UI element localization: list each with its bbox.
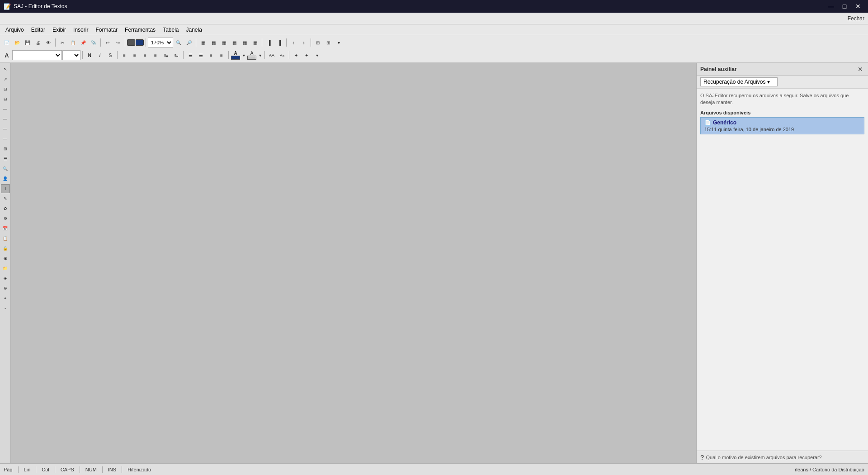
tb-indent-btn[interactable]: ↹ [161, 50, 171, 60]
lt-tool9-btn[interactable]: ⊞ [1, 144, 10, 153]
tb-color2-btn[interactable] [136, 39, 144, 46]
tb-table4-btn[interactable]: ▦ [229, 38, 239, 48]
tb-zoom2-btn[interactable]: 🔎 [184, 38, 194, 48]
lt-tool24-btn[interactable]: ✦ [1, 294, 10, 303]
tb-italic-btn[interactable]: I [95, 50, 105, 60]
document-area [11, 63, 696, 475]
tb-cut-btn[interactable]: ✂ [57, 38, 67, 48]
close-button[interactable]: ✕ [852, 1, 864, 11]
aux-panel-close-button[interactable]: ✕ [856, 65, 864, 73]
tb-color1-btn[interactable] [127, 39, 135, 46]
lt-tool3-btn[interactable]: ⊡ [1, 85, 10, 94]
menu-formatar[interactable]: Formatar [92, 24, 121, 35]
tb-sep10 [117, 51, 118, 59]
lt-tool10-btn[interactable]: ☰ [1, 154, 10, 163]
lt-tool17-btn[interactable]: 📅 [1, 224, 10, 233]
tb-zoom-btn[interactable]: 🔍 [174, 38, 184, 48]
lt-tool4-btn[interactable]: ⊟ [1, 95, 10, 104]
tb-font-color-drop[interactable]: ▾ [241, 50, 246, 60]
lt-tool22-btn[interactable]: ◈ [1, 274, 10, 283]
tb-caps2-btn[interactable]: Aa [277, 50, 287, 60]
lt-tool16-btn[interactable]: ⚙ [1, 214, 10, 223]
lt-tool21-btn[interactable]: 📁 [1, 264, 10, 273]
tb-table5-btn[interactable]: ▦ [240, 38, 250, 48]
tb-list4-btn[interactable]: ≡ [217, 50, 226, 60]
lt-tool14-btn[interactable]: ✎ [1, 194, 10, 203]
maximize-button[interactable]: □ [838, 1, 851, 11]
tb-font-color-btn[interactable]: A [231, 50, 241, 60]
tb-new-btn[interactable]: 📄 [2, 38, 12, 48]
menu-editar[interactable]: Editar [28, 24, 49, 35]
tb-list1-btn[interactable]: ☰ [185, 50, 195, 60]
menu-ferramentas[interactable]: Ferramentas [121, 24, 159, 35]
zoom-select[interactable]: 170% [148, 38, 173, 48]
lt-tool5-btn[interactable]: — [1, 104, 10, 114]
lt-select-btn[interactable]: ↖ [1, 65, 10, 74]
lt-tool11-btn[interactable]: 🔍 [1, 164, 10, 173]
font-size-select[interactable] [62, 50, 80, 60]
lt-tool19-btn[interactable]: 🔒 [1, 244, 10, 253]
menu-inserir[interactable]: Inserir [70, 24, 92, 35]
tb-font-icon[interactable]: A [2, 50, 12, 60]
lt-tool8-btn[interactable]: — [1, 134, 10, 143]
tb-print-btn[interactable]: 🖨 [33, 38, 43, 48]
tb-preview-btn[interactable]: 👁 [43, 38, 53, 48]
menu-exibir[interactable]: Exibir [49, 24, 70, 35]
tb-sort1-btn[interactable]: ↕ [288, 38, 298, 48]
tb-special1-btn[interactable]: ✦ [291, 50, 301, 60]
tb-col2-btn[interactable]: ▐ [274, 38, 284, 48]
menu-tabela[interactable]: Tabela [159, 24, 182, 35]
tb-align-left-btn[interactable]: ≡ [119, 50, 129, 60]
recovery-dropdown[interactable]: Recuperação de Arquivos ▾ [700, 77, 778, 86]
tb-more-btn[interactable]: ▾ [334, 38, 344, 48]
tb-format-paste-btn[interactable]: 📎 [89, 38, 99, 48]
tb-col1-btn[interactable]: ▐ [264, 38, 274, 48]
tb-list3-btn[interactable]: ≡ [206, 50, 216, 60]
status-bar: Pág Lin Col CAPS NUM INS Hifenizado rlea… [0, 463, 868, 475]
lt-tool15-btn[interactable]: ✿ [1, 204, 10, 213]
menu-arquivo[interactable]: Arquivo [2, 24, 28, 35]
tb-highlight-btn[interactable]: A [247, 50, 257, 60]
tb-open-btn[interactable]: 📂 [12, 38, 22, 48]
tb-align-right-btn[interactable]: ≡ [140, 50, 150, 60]
tb-more2-btn[interactable]: ▾ [312, 50, 322, 60]
lt-tool7-btn[interactable]: — [1, 124, 10, 133]
lt-tool12-btn[interactable]: 👤 [1, 174, 10, 183]
lt-tool23-btn[interactable]: ⊕ [1, 284, 10, 293]
lt-tool18-btn[interactable]: 📋 [1, 234, 10, 243]
tb-list2-btn[interactable]: ☰ [196, 50, 206, 60]
font-family-select[interactable] [12, 50, 62, 60]
tb-caps1-btn[interactable]: AA [267, 50, 277, 60]
tb-table1-btn[interactable]: ▦ [198, 38, 208, 48]
tb-bold-btn[interactable]: N [85, 50, 94, 60]
lt-tool20-btn[interactable]: ◉ [1, 254, 10, 263]
tb-redo-btn[interactable]: ↪ [113, 38, 123, 48]
file-item[interactable]: 📄 Genérico 15:11 quinta-feira, 10 de jan… [700, 117, 864, 134]
minimize-button[interactable]: — [825, 1, 837, 11]
tb-tbl2-btn[interactable]: ⊞ [313, 38, 323, 48]
fechar-bar: Fechar [0, 13, 868, 24]
tb-outdent-btn[interactable]: ↹ [171, 50, 181, 60]
menu-janela[interactable]: Janela [183, 24, 206, 35]
lt-tool6-btn[interactable]: — [1, 114, 10, 124]
tb-align-center-btn[interactable]: ≡ [130, 50, 140, 60]
tb-sort2-btn[interactable]: ↕ [299, 38, 309, 48]
tb-table3-btn[interactable]: ▦ [219, 38, 229, 48]
tb-tbl3-btn[interactable]: ⊞ [323, 38, 333, 48]
tb-save-btn[interactable]: 💾 [23, 38, 33, 48]
main-area: ↖ ↗ ⊡ ⊟ — — — — ⊞ ☰ 🔍 👤 I ✎ ✿ ⚙ 📅 📋 🔒 ◉ … [0, 63, 868, 475]
lt-tool13-btn[interactable]: I [1, 184, 10, 193]
tb-align-justify-btn[interactable]: ≡ [151, 50, 160, 60]
tb-strike-btn[interactable]: S [105, 50, 115, 60]
tb-paste-btn[interactable]: 📌 [78, 38, 88, 48]
lt-arrow-btn[interactable]: ↗ [1, 75, 10, 84]
tb-highlight-drop[interactable]: ▾ [257, 50, 263, 60]
tb-table2-btn[interactable]: ▦ [208, 38, 218, 48]
tb-table6-btn[interactable]: ▦ [250, 38, 260, 48]
status-right-text: rleans / Cartório da Distribuição [795, 467, 864, 472]
tb-undo-btn[interactable]: ↩ [103, 38, 113, 48]
tb-copy-btn[interactable]: 📋 [68, 38, 78, 48]
tb-special2-btn[interactable]: ✦ [302, 50, 311, 60]
fechar-label[interactable]: Fechar [848, 15, 864, 22]
lt-tool25-btn[interactable]: • [1, 304, 10, 313]
